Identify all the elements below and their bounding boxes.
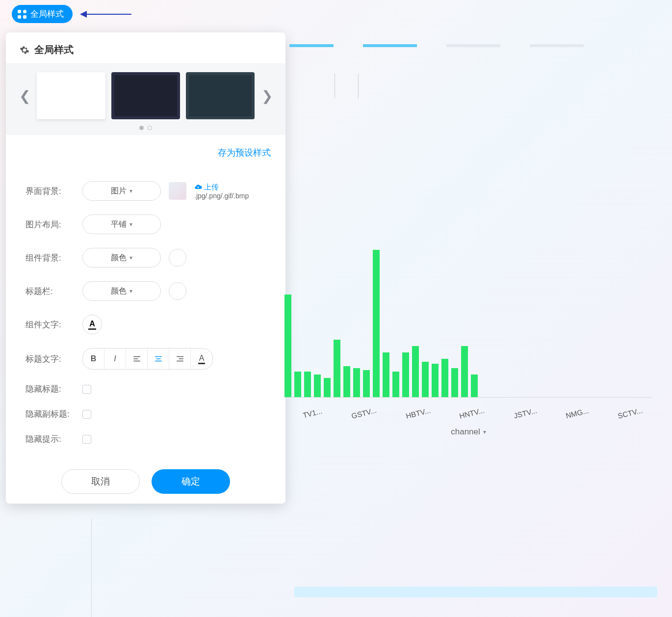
chart-bar [432,364,439,397]
label-hide-tip: 隐藏提示: [26,433,75,445]
gear-icon [20,45,29,55]
align-right-button[interactable] [169,348,191,370]
chart-x-tick: GSTV... [351,406,378,420]
chart-bar [451,368,458,397]
chart-x-tick: TV1... [302,406,323,419]
image-layout-select[interactable]: 平铺▾ [82,215,161,234]
component-text-color-button[interactable]: A [82,315,102,334]
chart-bar [373,250,380,397]
label-image-layout: 图片布局: [26,219,75,230]
align-center-icon [154,354,163,363]
interface-bg-select[interactable]: 图片▾ [82,181,161,201]
align-left-button[interactable] [126,348,148,370]
chart-x-tick: NMG... [565,406,590,420]
title-bar-color-swatch[interactable] [169,282,186,300]
chart-tab-4[interactable] [530,44,584,47]
component-bg-select[interactable]: 颜色▾ [82,248,161,268]
chart-bar [304,372,311,397]
chart-x-tick: SCTV... [617,406,644,420]
chart-bar [314,375,321,397]
chart-bar [422,362,429,397]
chart-x-tick: HNTV... [459,406,486,420]
grid-icon [18,10,26,19]
chart-x-labels: TV1...GSTV...HBTV...HNTV...JSTV...NMG...… [288,409,657,417]
theme-card-light[interactable] [37,72,105,119]
carousel-next-button[interactable]: ❯ [260,88,273,104]
upload-link[interactable]: 上传 [194,183,249,192]
label-hide-subtitle: 隐藏副标题: [26,408,75,420]
chart-x-axis-label[interactable]: channel ▾ [451,427,486,437]
chart-bar [294,372,301,397]
chevron-down-icon: ▾ [129,254,132,261]
chart-preview: TV1...GSTV...HBTV...HNTV...JSTV...NMG...… [280,44,657,447]
label-title-text: 标题文字: [26,353,75,365]
label-component-bg: 组件背景: [26,252,75,264]
chevron-down-icon: ▾ [129,188,132,194]
bold-button[interactable]: B [83,348,104,370]
chart-bar [383,352,389,397]
chart-bar [363,370,370,397]
cancel-button[interactable]: 取消 [61,469,140,494]
font-color-button[interactable]: A [191,348,212,370]
chart-x-tick: HBTV... [405,406,431,420]
chart-bar [441,359,448,397]
label-interface-bg: 界面背景: [26,186,75,197]
chart-bar [402,352,409,397]
title-text-format-toolbar: B I A [82,348,213,370]
panel-title: 全局样式 [34,43,74,56]
chart-x-tick: JSTV... [513,406,538,420]
hide-subtitle-checkbox[interactable] [82,410,91,419]
global-style-button[interactable]: 全局样式 [12,5,73,23]
chart-bar [461,346,468,397]
chart-bar [471,375,478,397]
global-style-button-label: 全局样式 [30,8,64,20]
cloud-upload-icon [194,183,202,191]
title-bar-select[interactable]: 颜色▾ [82,281,161,301]
save-as-preset-link[interactable]: 存为预设样式 [6,135,285,163]
chart-bar [392,372,399,397]
chart-bar [343,366,350,397]
chart-plot-area [284,74,652,398]
hide-tip-checkbox[interactable] [82,435,91,444]
theme-card-dark-teal[interactable] [186,72,255,119]
chart-bar [324,378,331,397]
label-title-bar: 标题栏: [26,286,75,297]
chart-tab-1[interactable] [289,44,334,47]
align-center-button[interactable] [148,348,169,370]
hide-title-checkbox[interactable] [82,385,91,394]
vertical-divider [91,519,92,617]
chevron-down-icon: ▾ [483,429,486,435]
carousel-dots [139,126,152,130]
chart-bar [334,340,340,397]
chart-tab-2[interactable] [363,44,417,47]
annotation-arrow-1 [82,14,131,15]
label-component-text: 组件文字: [26,319,75,330]
label-hide-title: 隐藏标题: [26,383,75,395]
align-left-icon [132,354,141,363]
chart-tab-3[interactable] [446,44,500,47]
carousel-dot-1[interactable] [139,126,144,130]
bottom-highlight-bar [294,587,657,597]
ok-button[interactable]: 确定 [152,469,230,494]
italic-button[interactable]: I [104,348,126,370]
chart-tab-strip [280,44,657,53]
theme-card-dark-navy[interactable] [111,72,180,119]
carousel-prev-button[interactable]: ❮ [18,88,31,104]
chevron-down-icon: ▾ [129,221,132,228]
component-bg-color-swatch[interactable] [169,249,186,267]
upload-hint: .jpg/.png/.gif/.bmp [194,192,249,200]
chart-bar [412,346,419,397]
chart-bar [284,295,291,397]
chevron-down-icon: ▾ [129,288,132,295]
chart-bar [353,368,360,397]
theme-carousel: ❮ ❯ [6,63,285,135]
align-right-icon [176,354,184,363]
bg-image-thumbnail[interactable] [169,182,186,200]
global-style-panel: 全局样式 ❮ ❯ 存为预设样式 界面背景: 图片▾ 上传 .jpg/.png/.… [6,32,285,504]
carousel-dot-2[interactable] [148,126,152,130]
chart-bars [284,250,647,397]
